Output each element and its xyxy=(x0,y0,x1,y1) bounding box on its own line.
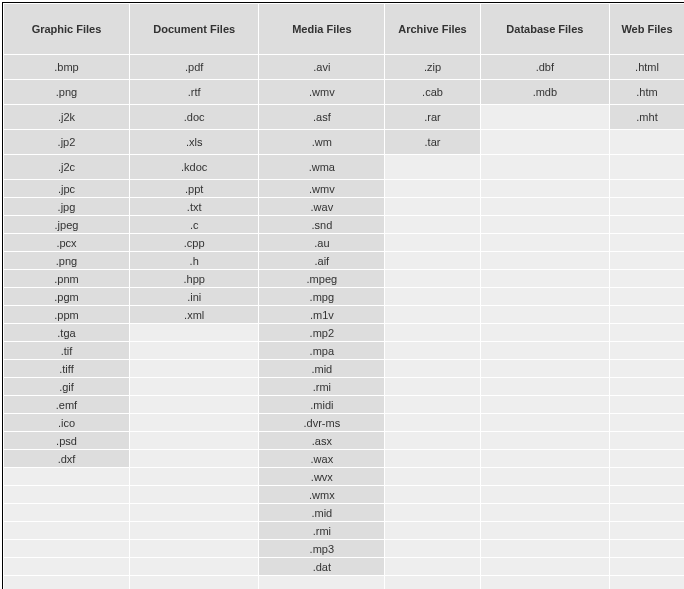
cell: .h xyxy=(129,252,258,270)
cell: .html xyxy=(610,55,684,80)
cell xyxy=(610,396,684,414)
table-row: .jp2.xls.wm.tar xyxy=(4,130,685,155)
cell: .tif xyxy=(4,342,130,360)
cell xyxy=(610,576,684,590)
cell: .png xyxy=(4,252,130,270)
cell: .tar xyxy=(385,130,480,155)
cell: .wav xyxy=(259,198,385,216)
table-row: .mp3 xyxy=(4,540,685,558)
table-row: .png.h.aif xyxy=(4,252,685,270)
cell xyxy=(610,234,684,252)
cell xyxy=(129,522,258,540)
table-row: .j2c.kdoc.wma xyxy=(4,155,685,180)
cell: .pnm xyxy=(4,270,130,288)
cell xyxy=(610,270,684,288)
cell: .midi xyxy=(259,396,385,414)
cell xyxy=(129,450,258,468)
cell xyxy=(385,288,480,306)
cell: .j2c xyxy=(4,155,130,180)
cell: .gif xyxy=(4,378,130,396)
cell: .png xyxy=(4,80,130,105)
cell xyxy=(480,198,609,216)
cell xyxy=(610,288,684,306)
cell: .jp2 xyxy=(4,130,130,155)
cell xyxy=(610,360,684,378)
cell xyxy=(129,432,258,450)
cell xyxy=(480,432,609,450)
cell: .aif xyxy=(259,252,385,270)
cell xyxy=(610,198,684,216)
cell: .pgm xyxy=(4,288,130,306)
table-row: .jpeg.c.snd xyxy=(4,216,685,234)
cell: .asf xyxy=(259,105,385,130)
cell xyxy=(385,360,480,378)
table-row: .tiff.mid xyxy=(4,360,685,378)
file-types-table: Graphic FilesDocument FilesMedia FilesAr… xyxy=(3,3,684,589)
table-row: .jpg.txt.wav xyxy=(4,198,685,216)
cell: .wmx xyxy=(259,486,385,504)
cell: .ppt xyxy=(129,180,258,198)
table-row: .bmp.pdf.avi.zip.dbf.html xyxy=(4,55,685,80)
cell: .htm xyxy=(610,80,684,105)
cell: .rmi xyxy=(259,378,385,396)
cell xyxy=(480,486,609,504)
cell: .rar xyxy=(385,105,480,130)
cell xyxy=(385,450,480,468)
cell xyxy=(4,576,130,590)
col-header-1: Document Files xyxy=(129,4,258,55)
cell xyxy=(385,432,480,450)
cell xyxy=(129,576,258,590)
cell: .jpg xyxy=(4,198,130,216)
cell: .pdf xyxy=(129,55,258,80)
table-row: .emf.midi xyxy=(4,396,685,414)
cell: .asx xyxy=(259,432,385,450)
cell xyxy=(610,130,684,155)
cell: .kdoc xyxy=(129,155,258,180)
cell xyxy=(4,468,130,486)
cell: .rtf xyxy=(129,80,258,105)
cell: .cpp xyxy=(129,234,258,252)
table-row: .ico.dvr-ms xyxy=(4,414,685,432)
cell xyxy=(129,396,258,414)
table-row: .png.rtf.wmv.cab.mdb.htm xyxy=(4,80,685,105)
cell xyxy=(610,414,684,432)
col-header-0: Graphic Files xyxy=(4,4,130,55)
cell xyxy=(129,378,258,396)
cell xyxy=(385,270,480,288)
cell xyxy=(480,522,609,540)
cell: .xls xyxy=(129,130,258,155)
cell xyxy=(610,252,684,270)
cell: .zip xyxy=(385,55,480,80)
cell: .wm xyxy=(259,130,385,155)
cell xyxy=(129,504,258,522)
cell xyxy=(610,342,684,360)
cell: .avi xyxy=(259,55,385,80)
cell xyxy=(129,342,258,360)
cell xyxy=(610,216,684,234)
cell xyxy=(480,468,609,486)
cell: .mid xyxy=(259,360,385,378)
table-row: .dat xyxy=(4,558,685,576)
table-row: .wvx xyxy=(4,468,685,486)
cell xyxy=(610,324,684,342)
table-row: .pcx.cpp.au xyxy=(4,234,685,252)
table-row: .tga.mp2 xyxy=(4,324,685,342)
cell: .tga xyxy=(4,324,130,342)
cell xyxy=(129,360,258,378)
cell xyxy=(480,216,609,234)
cell xyxy=(480,180,609,198)
cell: .mp2 xyxy=(259,324,385,342)
cell: .hpp xyxy=(129,270,258,288)
cell xyxy=(480,558,609,576)
cell xyxy=(610,486,684,504)
cell xyxy=(129,468,258,486)
cell xyxy=(4,558,130,576)
table-row: .rmi xyxy=(4,522,685,540)
cell xyxy=(385,540,480,558)
cell xyxy=(385,414,480,432)
cell: .bmp xyxy=(4,55,130,80)
table-row: .pgm.ini.mpg xyxy=(4,288,685,306)
cell: .cab xyxy=(385,80,480,105)
cell: .au xyxy=(259,234,385,252)
cell xyxy=(385,504,480,522)
